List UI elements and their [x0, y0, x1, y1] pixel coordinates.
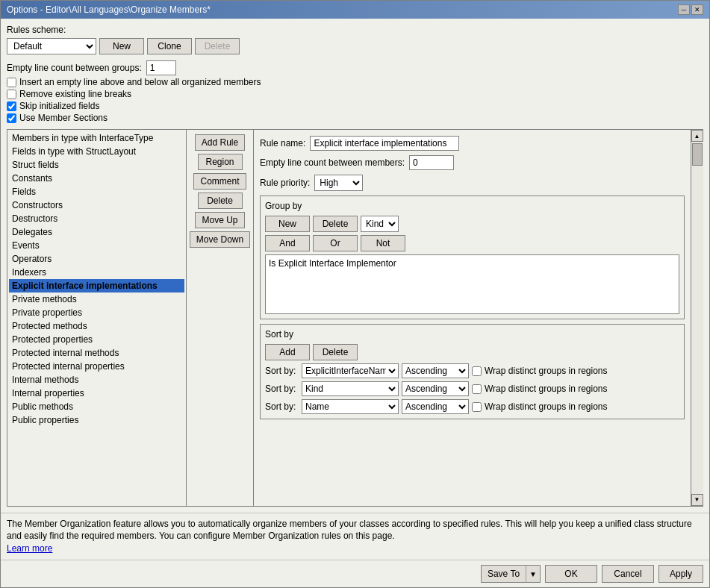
group-by-text: Is Explicit Interface Implementor: [269, 258, 396, 269]
cancel-button[interactable]: Cancel: [602, 565, 654, 583]
empty-line-members-row: Empty line count between members:: [260, 155, 685, 170]
sort-row-1-wrap[interactable]: [472, 366, 482, 376]
minimize-button[interactable]: ─: [678, 4, 690, 15]
checkbox3[interactable]: [7, 101, 16, 111]
sort-row-2-wrap[interactable]: [472, 384, 482, 394]
member-list-item[interactable]: Public properties: [9, 413, 184, 427]
sort-row-2-wrap-label: Wrap distinct groups in regions: [485, 384, 608, 394]
titlebar: Options - Editor\All Languages\Organize …: [1, 1, 709, 19]
close-button[interactable]: ✕: [691, 4, 703, 15]
empty-line-row: Empty line count between groups:: [7, 60, 703, 75]
rule-name-label: Rule name:: [260, 138, 305, 148]
save-to-container: Save To ▼: [481, 565, 541, 583]
member-list-item[interactable]: Fields in type with StructLayout: [9, 145, 184, 158]
rules-scheme-select[interactable]: Default: [7, 38, 96, 54]
member-list-item[interactable]: Delegates: [9, 225, 184, 239]
group-by-display: Is Explicit Interface Implementor: [265, 254, 679, 314]
apply-button[interactable]: Apply: [658, 565, 703, 583]
member-list-item[interactable]: Destructors: [9, 212, 184, 225]
member-list-item[interactable]: Struct fields: [9, 158, 184, 172]
add-rule-button[interactable]: Add Rule: [195, 134, 245, 151]
checkbox4[interactable]: [7, 113, 16, 123]
sort-row-1-field[interactable]: ExplicitInterfaceName Kind Name: [302, 363, 399, 378]
member-list-item[interactable]: Protected internal properties: [9, 360, 184, 373]
member-list-item[interactable]: Protected internal methods: [9, 346, 184, 360]
group-new-button[interactable]: New: [265, 216, 310, 232]
group-by-buttons: New Delete Kind: [265, 216, 679, 232]
checkbox2-row: Remove existing line breaks: [7, 89, 703, 99]
sort-add-button[interactable]: Add: [265, 344, 310, 360]
scroll-down-arrow[interactable]: ▼: [691, 494, 703, 506]
right-scrollbar[interactable]: ▲ ▼: [691, 130, 703, 506]
sort-row-2-field[interactable]: ExplicitInterfaceName Kind Name: [302, 381, 399, 396]
save-to-arrow-button[interactable]: ▼: [526, 565, 541, 583]
move-down-button[interactable]: Move Down: [190, 231, 250, 248]
checkbox3-label: Skip initialized fields: [19, 101, 99, 111]
region-button[interactable]: Region: [198, 154, 243, 170]
rules-scheme-controls: Default New Clone Delete: [7, 38, 703, 54]
dialog-buttons: Save To ▼ OK Cancel Apply: [1, 560, 709, 587]
clone-scheme-button[interactable]: Clone: [147, 38, 192, 54]
sort-delete-button[interactable]: Delete: [313, 344, 358, 360]
sort-row-2: Sort by: ExplicitInterfaceName Kind Name…: [265, 381, 679, 396]
member-list-item[interactable]: Protected methods: [9, 319, 184, 333]
group-delete-button[interactable]: Delete: [313, 216, 358, 232]
center-panel: Add Rule Region Comment Delete Move Up M…: [187, 130, 254, 506]
empty-line-members-input[interactable]: [409, 155, 454, 170]
comment-button[interactable]: Comment: [193, 173, 246, 190]
member-list-item[interactable]: Operators: [9, 252, 184, 266]
titlebar-controls: ─ ✕: [678, 4, 703, 15]
sort-row-2-label: Sort by:: [265, 384, 299, 394]
member-list-item[interactable]: Events: [9, 239, 184, 252]
group-and-button[interactable]: And: [265, 235, 310, 251]
panels-wrapper: Members in type with InterfaceTypeFields…: [7, 129, 703, 507]
save-to-button[interactable]: Save To: [481, 565, 526, 583]
checkbox2[interactable]: [7, 90, 16, 99]
empty-line-input[interactable]: [146, 60, 176, 75]
group-not-button[interactable]: Not: [361, 235, 405, 251]
checkbox3-row: Skip initialized fields: [7, 101, 703, 111]
member-list-item[interactable]: Internal methods: [9, 373, 184, 387]
group-kind-select[interactable]: Kind: [361, 216, 399, 232]
sort-row-3-wrap-label: Wrap distinct groups in regions: [485, 401, 608, 412]
member-list-item[interactable]: Indexers: [9, 266, 184, 279]
member-list-item[interactable]: Internal properties: [9, 387, 184, 400]
sort-row-3-wrap[interactable]: [472, 402, 482, 412]
member-list-item[interactable]: Fields: [9, 185, 184, 198]
group-by-section: Group by New Delete Kind And Or Not: [260, 196, 685, 319]
member-list-item[interactable]: Protected properties: [9, 333, 184, 346]
move-up-button[interactable]: Move Up: [195, 212, 244, 228]
sort-row-3-direction[interactable]: Ascending Descending: [402, 399, 469, 414]
member-list-item[interactable]: Constants: [9, 172, 184, 185]
member-list-item[interactable]: Public methods: [9, 400, 184, 413]
scrollbar-thumb[interactable]: [692, 143, 703, 166]
ok-button[interactable]: OK: [545, 565, 597, 583]
group-or-button[interactable]: Or: [313, 235, 358, 251]
checkbox1[interactable]: [7, 78, 16, 87]
member-list-item[interactable]: Private properties: [9, 306, 184, 319]
sort-row-1-direction[interactable]: Ascending Descending: [402, 363, 469, 378]
new-scheme-button[interactable]: New: [99, 38, 144, 54]
main-window: Options - Editor\All Languages\Organize …: [0, 0, 710, 588]
member-list[interactable]: Members in type with InterfaceTypeFields…: [7, 130, 186, 506]
rule-name-input[interactable]: [310, 136, 459, 151]
sort-row-2-direction[interactable]: Ascending Descending: [402, 381, 469, 396]
options-section: Empty line count between groups: Insert …: [7, 60, 703, 123]
learn-more-link[interactable]: Learn more: [7, 543, 52, 554]
member-list-item[interactable]: Private methods: [9, 293, 184, 306]
bottom-info-text: The Member Organization feature allows y…: [7, 519, 692, 542]
sort-row-3-field[interactable]: ExplicitInterfaceName Kind Name: [302, 399, 399, 414]
rule-priority-select[interactable]: High Normal Low: [314, 175, 363, 191]
member-list-item[interactable]: Members in type with InterfaceType: [9, 131, 184, 145]
delete-scheme-button[interactable]: Delete: [195, 38, 240, 54]
sort-row-1-label: Sort by:: [265, 366, 299, 376]
scroll-up-arrow[interactable]: ▲: [691, 130, 703, 142]
member-list-item[interactable]: Explicit interface implementations: [9, 279, 184, 293]
member-list-item[interactable]: Constructors: [9, 198, 184, 212]
checkbox1-row: Insert an empty line above and below all…: [7, 77, 703, 87]
group-by-row2: And Or Not: [265, 235, 679, 251]
delete-rule-button[interactable]: Delete: [198, 193, 243, 209]
main-content: Rules scheme: Default New Clone Delete E…: [1, 19, 709, 513]
sort-add-delete: Add Delete: [265, 344, 679, 360]
window-title: Options - Editor\All Languages\Organize …: [7, 4, 211, 15]
